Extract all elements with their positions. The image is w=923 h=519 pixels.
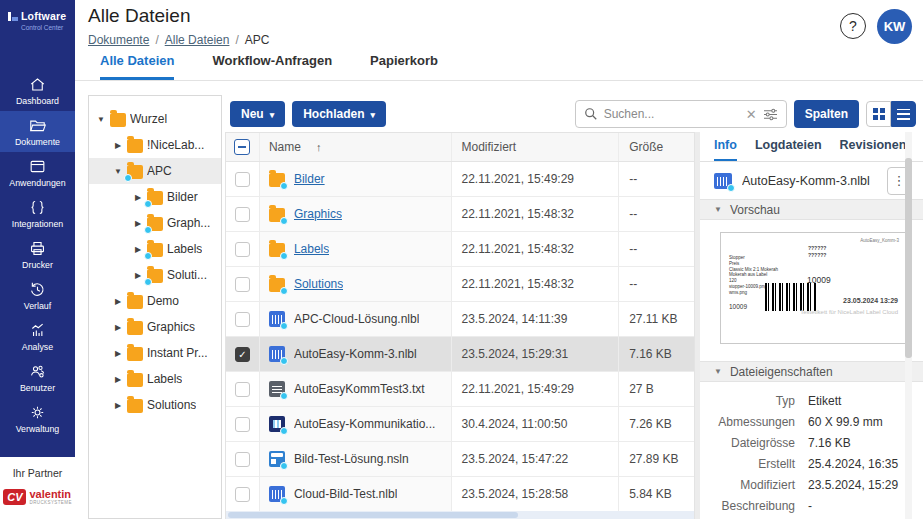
column-header-modified[interactable]: Modifiziert <box>451 133 619 161</box>
tree-expand-icon[interactable] <box>133 193 143 202</box>
file-name[interactable]: AutoEasy-Kommunikatio... <box>294 417 435 431</box>
tree-item[interactable]: Soluti... <box>89 262 221 288</box>
column-header-name[interactable]: Name↑ <box>259 133 451 161</box>
tree-item-label: Demo <box>147 294 179 308</box>
row-checkbox[interactable] <box>235 207 250 222</box>
table-row[interactable]: Bild-Test-Lösung.nsln 23.5.2024, 15:47:2… <box>226 442 694 477</box>
file-name[interactable]: AutoEasy-Komm-3.nlbl <box>294 347 417 361</box>
tree-item[interactable]: !NiceLab... <box>89 132 221 158</box>
sync-badge-icon <box>144 278 152 286</box>
select-all-checkbox[interactable] <box>234 139 250 155</box>
sync-badge-icon <box>144 226 152 234</box>
table-row[interactable]: AutoEasyKommTest3.txt 22.11.2021, 15:49:… <box>226 372 694 407</box>
horizontal-scrollbar-thumb[interactable] <box>228 512 518 518</box>
file-name[interactable]: Bilder <box>294 172 325 186</box>
tree-expand-icon[interactable] <box>113 167 123 176</box>
tree-item[interactable]: APC <box>89 158 221 184</box>
folder-icon <box>110 113 126 127</box>
table-row[interactable]: Cloud-Bild-Test.nlbl 23.5.2024, 15:28:58… <box>226 477 694 512</box>
tree-item[interactable]: Labels <box>89 366 221 392</box>
sidebar-item-analyse[interactable]: Analyse <box>0 316 75 357</box>
preview-section-header[interactable]: Vorschau <box>700 199 923 220</box>
row-checkbox[interactable] <box>235 452 250 467</box>
table-row[interactable]: Graphics 22.11.2021, 15:48:32 -- <box>226 197 694 232</box>
sidebar-item-verwaltung[interactable]: Verwaltung <box>0 398 75 439</box>
gear-icon <box>28 403 47 422</box>
file-name[interactable]: Solutions <box>294 277 343 291</box>
file-name[interactable]: AutoEasyKommTest3.txt <box>294 382 425 396</box>
tree-expand-icon[interactable] <box>113 323 123 332</box>
tree-expand-icon[interactable] <box>113 375 123 384</box>
sidebar-item-dashboard[interactable]: Dashboard <box>0 70 75 111</box>
row-checkbox[interactable] <box>235 347 250 362</box>
brand-name: Loftware <box>21 10 66 22</box>
tree-item[interactable]: Bilder <box>89 184 221 210</box>
tree-item[interactable]: Graphics <box>89 314 221 340</box>
tree-expand-icon[interactable] <box>96 115 106 124</box>
table-row[interactable]: APC-Cloud-Lösung.nlbl 23.5.2024, 14:11:3… <box>226 302 694 337</box>
tree-expand-icon[interactable] <box>113 401 123 410</box>
column-header-size[interactable]: Größe <box>618 133 694 161</box>
tree-expand-icon[interactable] <box>113 297 123 306</box>
partner-logo[interactable]: CV valentin DRUCKSYSTEME <box>0 489 75 505</box>
tree-item[interactable]: Demo <box>89 288 221 314</box>
row-checkbox[interactable] <box>235 382 250 397</box>
list-view-button[interactable] <box>891 101 916 127</box>
tree-item[interactable]: Graph... <box>89 210 221 236</box>
sidebar-item-benutzer[interactable]: Benutzer <box>0 357 75 398</box>
file-name[interactable]: Labels <box>294 242 329 256</box>
table-row[interactable]: AutoEasy-Kommunikatio... 30.4.2024, 11:0… <box>226 407 694 442</box>
file-name[interactable]: APC-Cloud-Lösung.nlbl <box>294 312 419 326</box>
horizontal-scrollbar[interactable] <box>226 511 694 519</box>
search-input[interactable] <box>604 107 740 121</box>
tree-expand-icon[interactable] <box>133 271 143 280</box>
columns-button[interactable]: Spalten <box>794 100 859 128</box>
row-checkbox[interactable] <box>235 242 250 257</box>
tree-expand-icon[interactable] <box>133 219 143 228</box>
breadcrumb-dokumente[interactable]: Dokumente <box>88 33 149 47</box>
sidebar-item-dokumente[interactable]: Dokumente <box>0 111 75 152</box>
tree-expand-icon[interactable] <box>113 141 123 150</box>
table-row[interactable]: AutoEasy-Komm-3.nlbl 23.5.2024, 15:29:31… <box>226 337 694 372</box>
row-checkbox[interactable] <box>235 277 250 292</box>
tree-item[interactable]: Instant Pr... <box>89 340 221 366</box>
table-row[interactable]: Labels 22.11.2021, 15:48:32 -- <box>226 232 694 267</box>
tree-expand-icon[interactable] <box>113 349 123 358</box>
row-checkbox[interactable] <box>235 487 250 502</box>
breadcrumb-separator: / <box>155 33 158 47</box>
filter-sliders-icon[interactable] <box>763 108 778 121</box>
grid-view-button[interactable] <box>866 101 891 127</box>
row-checkbox[interactable] <box>235 312 250 327</box>
tree-item[interactable]: Solutions <box>89 392 221 418</box>
table-row[interactable]: Solutions 22.11.2021, 15:48:32 -- <box>226 267 694 302</box>
vertical-scrollbar[interactable] <box>905 132 912 519</box>
tree-item[interactable]: Wurzel <box>89 106 221 132</box>
tab-revisionen[interactable]: Revisionen <box>840 138 907 161</box>
tab-workflow-anfragen[interactable]: Workflow-Anfragen <box>212 53 332 80</box>
tree-item[interactable]: Labels <box>89 236 221 262</box>
clear-search-icon[interactable]: ✕ <box>746 108 757 121</box>
sidebar-item-anwendungen[interactable]: Anwendungen <box>0 152 75 193</box>
file-name[interactable]: Bild-Test-Lösung.nsln <box>294 452 409 466</box>
file-name[interactable]: Graphics <box>294 207 342 221</box>
tab-info[interactable]: Info <box>714 138 737 161</box>
tab-papierkorb[interactable]: Papierkorb <box>370 53 438 80</box>
row-checkbox[interactable] <box>235 172 250 187</box>
tab-logdateien[interactable]: Logdateien <box>755 138 822 161</box>
sidebar-item-verlauf[interactable]: Verlauf <box>0 275 75 316</box>
new-button[interactable]: Neu <box>230 101 285 127</box>
vertical-scrollbar-thumb[interactable] <box>905 158 912 358</box>
property-row: Modifiziert 23.5.2024, 15:29 <box>700 474 923 495</box>
help-icon[interactable]: ? <box>840 13 866 39</box>
file-name[interactable]: Cloud-Bild-Test.nlbl <box>294 487 397 501</box>
properties-section-header[interactable]: Dateieigenschaften <box>700 361 923 382</box>
tab-alle-dateien[interactable]: Alle Dateien <box>100 53 174 80</box>
user-avatar[interactable]: KW <box>877 9 912 44</box>
breadcrumb-alle-dateien[interactable]: Alle Dateien <box>165 33 230 47</box>
tree-expand-icon[interactable] <box>133 245 143 254</box>
table-row[interactable]: Bilder 22.11.2021, 15:49:29 -- <box>226 162 694 197</box>
sidebar-item-drucker[interactable]: Drucker <box>0 234 75 275</box>
upload-button[interactable]: Hochladen <box>292 101 386 127</box>
row-checkbox[interactable] <box>235 417 250 432</box>
sidebar-item-integrationen[interactable]: Integrationen <box>0 193 75 234</box>
